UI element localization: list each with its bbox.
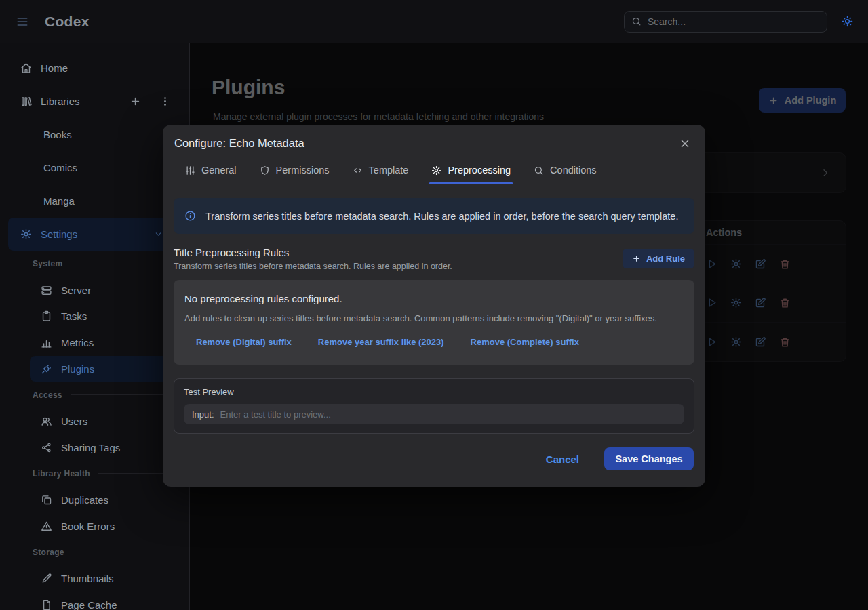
sidebar-item-label: Duplicates [61, 494, 108, 506]
brush-icon [41, 573, 52, 584]
sidebar-item-home[interactable]: Home [0, 52, 189, 85]
tab-label: Permissions [276, 165, 330, 176]
tab-preprocessing[interactable]: Preprocessing [431, 165, 511, 184]
modal-title: Configure: Echo Metadata [174, 137, 304, 150]
modal-tabs: General Permissions Template Preprocessi… [174, 157, 694, 184]
share-icon [41, 442, 52, 453]
sidebar-section-storage: Storage [0, 540, 189, 566]
sidebar-section-library-health: Library Health [0, 461, 189, 487]
file-icon [41, 599, 52, 610]
info-banner: Transform series titles before metadata … [174, 198, 694, 234]
empty-state-title: No preprocessing rules configured. [184, 293, 684, 304]
rules-section-title: Title Preprocessing Rules [174, 247, 452, 258]
tab-label: Preprocessing [448, 165, 511, 176]
tab-conditions[interactable]: Conditions [534, 165, 597, 184]
rules-section-header: Title Preprocessing Rules Transform seri… [174, 247, 694, 271]
sidebar-item-book-errors[interactable]: Book Errors [0, 513, 189, 540]
sidebar-item-label: Comics [43, 162, 77, 174]
sidebar-section-system: System [0, 251, 189, 277]
sidebar-item-sharing-tags[interactable]: Sharing Tags [0, 434, 189, 461]
tab-label: Conditions [550, 165, 597, 176]
app-header: Codex [0, 0, 868, 43]
configure-plugin-modal: Configure: Echo Metadata General Permiss… [163, 125, 705, 487]
library-icon [20, 96, 32, 107]
sidebar-item-page-cache[interactable]: Page Cache [0, 592, 189, 610]
sidebar-item-manga[interactable]: Manga [0, 184, 189, 218]
sidebar-item-label: Thumbnails [61, 573, 114, 584]
sidebar-item-settings[interactable]: Settings [8, 218, 181, 251]
sidebar-item-label: Tasks [61, 310, 87, 322]
add-rule-label: Add Rule [646, 253, 685, 264]
sidebar-item-label: Libraries [41, 96, 80, 107]
sidebar-item-label: Page Cache [61, 599, 117, 610]
sidebar-item-libraries[interactable]: Libraries [0, 85, 189, 118]
section-title: System [33, 259, 63, 268]
search-icon [631, 16, 642, 26]
global-search[interactable] [624, 11, 827, 33]
hamburger-menu-icon[interactable] [16, 15, 29, 28]
modal-header: Configure: Echo Metadata [174, 137, 694, 157]
plug-icon [41, 363, 52, 375]
app-logo: Codex [45, 14, 90, 30]
sidebar-item-books[interactable]: Books [0, 118, 189, 151]
sidebar-item-metrics[interactable]: Metrics [0, 329, 189, 356]
empty-state: No preprocessing rules configured. Add r… [174, 280, 694, 365]
sidebar-item-duplicates[interactable]: Duplicates [0, 487, 189, 513]
sidebar: Home Libraries Books Comics Manga Settin… [0, 43, 190, 610]
tab-general[interactable]: General [185, 165, 237, 184]
modal-footer: Cancel Save Changes [174, 445, 694, 473]
add-rule-button[interactable]: Add Rule [623, 249, 694, 268]
tab-template[interactable]: Template [353, 165, 409, 184]
sidebar-item-server[interactable]: Server [0, 277, 189, 304]
test-input-label: Input: [192, 409, 214, 420]
sidebar-item-label: Plugins [61, 363, 94, 375]
sidebar-item-label: Users [61, 415, 87, 427]
sidebar-item-comics[interactable]: Comics [0, 151, 189, 184]
test-title-input[interactable] [220, 409, 676, 420]
info-banner-text: Transform series titles before metadata … [205, 211, 678, 222]
section-title: Library Health [33, 469, 90, 479]
test-input-row[interactable]: Input: [184, 404, 684, 424]
chevron-down-icon [154, 230, 163, 239]
clipboard-icon [41, 310, 52, 322]
theme-toggle-sun-icon[interactable] [842, 16, 853, 27]
shield-icon [260, 165, 270, 176]
gear-icon [431, 165, 441, 176]
sidebar-item-label: Sharing Tags [61, 442, 120, 453]
sidebar-item-label: Books [43, 129, 72, 140]
warning-icon [41, 521, 52, 532]
suggestion-remove-complete[interactable]: Remove (Complete) suffix [471, 337, 579, 347]
close-icon[interactable] [679, 138, 691, 150]
search-input[interactable] [648, 16, 820, 27]
sidebar-item-label: Settings [41, 228, 77, 240]
server-icon [41, 285, 52, 296]
sidebar-item-tasks[interactable]: Tasks [0, 303, 189, 329]
cancel-button[interactable]: Cancel [546, 453, 579, 465]
sidebar-item-thumbnails[interactable]: Thumbnails [0, 565, 189, 592]
sidebar-item-label: Book Errors [61, 521, 115, 532]
library-more-icon[interactable] [159, 96, 171, 107]
test-preview-title: Test Preview [184, 387, 684, 397]
test-preview-panel: Test Preview Input: [174, 378, 694, 434]
section-title: Storage [33, 548, 64, 557]
tab-permissions[interactable]: Permissions [260, 165, 330, 184]
tab-label: Template [369, 165, 409, 176]
sidebar-item-label: Home [41, 62, 68, 74]
sidebar-item-plugins[interactable]: Plugins [30, 356, 181, 382]
sidebar-item-label: Server [61, 285, 91, 296]
sidebar-item-label: Metrics [61, 337, 94, 348]
suggestion-remove-year[interactable]: Remove year suffix like (2023) [318, 337, 444, 347]
home-icon [20, 62, 32, 74]
rules-section-subtitle: Transform series titles before metadata … [174, 262, 452, 271]
sliders-icon [185, 165, 195, 176]
sidebar-item-users[interactable]: Users [0, 408, 189, 434]
save-changes-button[interactable]: Save Changes [604, 447, 694, 470]
suggestion-remove-digital[interactable]: Remove (Digital) suffix [196, 337, 292, 347]
add-library-icon[interactable] [130, 96, 141, 107]
code-icon [353, 165, 363, 176]
suggestion-links: Remove (Digital) suffix Remove year suff… [196, 337, 684, 347]
duplicates-icon [41, 494, 52, 506]
users-icon [41, 415, 52, 427]
section-title: Access [33, 390, 62, 400]
search-icon [534, 165, 544, 176]
